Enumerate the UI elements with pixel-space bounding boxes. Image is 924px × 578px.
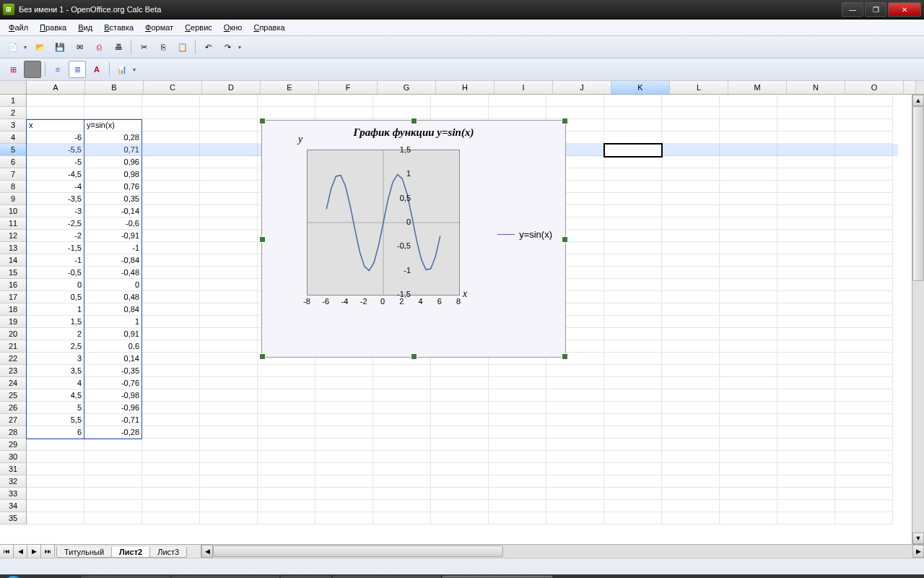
menu-файл[interactable]: Файл [3,22,34,33]
menu-окно[interactable]: Окно [218,22,248,33]
col-header-D[interactable]: D [202,81,261,94]
cell[interactable] [373,500,431,512]
cell[interactable] [142,475,200,488]
cell[interactable] [662,230,720,242]
row-header[interactable]: 5 [0,144,27,156]
scroll-down-icon[interactable]: ▼ [912,532,924,544]
cell[interactable] [720,168,777,181]
cell[interactable] [200,500,258,512]
cell[interactable]: 5,5 [27,414,84,426]
cell[interactable] [662,205,720,217]
cell[interactable] [258,512,315,525]
cell[interactable] [142,267,200,279]
col-header-C[interactable]: C [144,81,202,94]
cell[interactable] [604,365,662,377]
cell[interactable] [720,193,777,205]
cell[interactable] [315,439,373,451]
cell[interactable] [315,500,373,512]
cell[interactable] [604,353,662,365]
cell[interactable] [200,451,258,463]
cell[interactable] [489,512,546,525]
cell[interactable] [258,95,315,107]
cell[interactable]: 0,5 [27,291,84,303]
cell[interactable] [373,365,431,377]
cell[interactable]: -6 [27,131,84,144]
cell[interactable] [200,402,258,414]
cell[interactable]: 0,91 [84,328,142,340]
cell[interactable] [835,267,893,279]
cell[interactable]: -1 [84,242,142,254]
cell[interactable] [835,205,893,217]
cell[interactable] [489,107,546,119]
cell[interactable] [835,279,893,291]
cell[interactable]: -5,5 [27,144,84,156]
cell[interactable]: 0,35 [84,193,142,205]
cell[interactable]: 0,14 [84,353,142,365]
cell[interactable] [431,426,489,439]
cell[interactable] [142,340,200,353]
cell[interactable] [84,475,142,488]
col-header-E[interactable]: E [261,81,319,94]
scroll-right-icon[interactable]: ▶ [912,545,924,558]
cell[interactable] [777,168,835,181]
cell[interactable] [84,488,142,500]
cell[interactable] [835,107,893,119]
cell[interactable] [777,267,835,279]
cell[interactable] [662,131,720,144]
cell[interactable] [604,131,662,144]
cell[interactable] [142,402,200,414]
cell[interactable] [315,451,373,463]
cell[interactable] [431,500,489,512]
cell[interactable] [489,389,546,402]
cell[interactable]: 0,98 [84,168,142,181]
row-header[interactable]: 21 [0,340,27,353]
cell[interactable] [604,95,662,107]
cell[interactable] [142,181,200,193]
col-header-H[interactable]: H [436,81,494,94]
row-header[interactable]: 33 [0,488,27,500]
cell[interactable] [142,254,200,267]
cell[interactable] [835,512,893,525]
cell[interactable] [373,439,431,451]
cell[interactable] [777,426,835,439]
cell[interactable] [142,414,200,426]
cell[interactable] [258,426,315,439]
scroll-left-icon[interactable]: ◀ [201,545,213,558]
cell[interactable] [546,439,604,451]
menu-сервис[interactable]: Сервис [179,22,218,33]
row-header[interactable]: 22 [0,353,27,365]
cell[interactable] [200,439,258,451]
cell[interactable]: -1 [27,254,84,267]
cell[interactable] [604,377,662,389]
cell[interactable] [27,488,84,500]
cell[interactable] [489,414,546,426]
cell[interactable]: x [27,119,84,131]
col-header-G[interactable]: G [378,81,436,94]
cell[interactable] [27,463,84,475]
insert-cell-icon[interactable]: ⊞ [4,61,22,78]
cell[interactable] [142,156,200,168]
minimize-button[interactable]: — [842,2,863,17]
pdf-icon[interactable]: ⎙ [90,38,108,56]
cell[interactable] [200,414,258,426]
cell[interactable] [200,303,258,316]
row-header[interactable]: 35 [0,512,27,525]
sheet-tab[interactable]: Лист2 [111,547,150,558]
cell[interactable] [835,475,893,488]
cell[interactable] [604,500,662,512]
cell[interactable] [258,451,315,463]
cell[interactable] [777,193,835,205]
cell[interactable] [200,512,258,525]
cell[interactable] [835,414,893,426]
align-left-icon[interactable]: ≡ [49,61,66,78]
cell[interactable] [373,488,431,500]
cell[interactable] [431,365,489,377]
cell[interactable] [258,463,315,475]
cell[interactable] [720,488,777,500]
cell[interactable]: -1,5 [27,242,84,254]
cell[interactable] [662,193,720,205]
menu-справка[interactable]: Справка [248,22,290,33]
cell[interactable] [315,107,373,119]
first-sheet-icon[interactable]: ⏮ [0,545,14,558]
cell[interactable] [777,144,835,156]
